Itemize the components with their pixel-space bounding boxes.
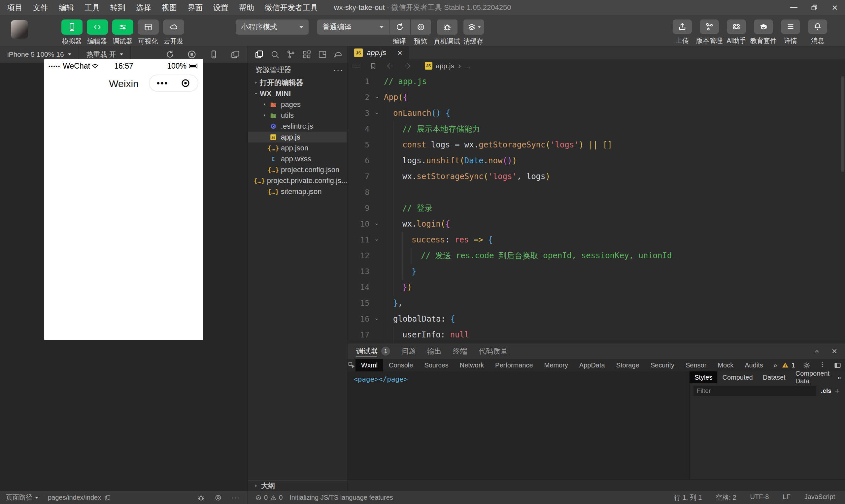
eye-icon[interactable] (214, 494, 222, 502)
nav-forward-icon[interactable] (403, 62, 411, 70)
chevron-right-icon[interactable] (261, 113, 268, 118)
upload-button[interactable] (673, 19, 692, 34)
compile-button[interactable] (389, 19, 410, 35)
debugger-tab-调试器[interactable]: 调试器1 (356, 343, 390, 359)
editor-button[interactable] (87, 19, 108, 35)
tree-item-utils[interactable]: utils (248, 110, 347, 121)
details-button[interactable] (781, 19, 800, 34)
kebab-menu-icon[interactable] (818, 361, 826, 370)
breadcrumb-symbol[interactable]: ... (465, 62, 471, 70)
dock-side-icon[interactable] (834, 361, 841, 369)
preview-icon[interactable] (315, 50, 330, 59)
statusbar-item-0[interactable]: 行 1, 列 1 (674, 493, 702, 502)
styles-tab-Component Data[interactable]: Component Data (791, 372, 838, 383)
phone-outline-icon[interactable] (209, 50, 218, 59)
version-control-button[interactable] (700, 19, 719, 34)
files-icon[interactable] (251, 50, 267, 59)
statusbar-item-2[interactable]: UTF-8 (750, 493, 769, 502)
menu-item-2[interactable]: 编辑 (53, 0, 79, 15)
outline-section[interactable]: 大纲 (248, 480, 347, 491)
debugger-tab-问题[interactable]: 问题 (401, 343, 416, 359)
statusbar-item-1[interactable]: 空格: 2 (716, 493, 736, 502)
overflow-tabs-icon[interactable]: » (837, 373, 845, 381)
nav-back-icon[interactable] (386, 62, 394, 70)
device-debug-button[interactable] (437, 19, 457, 35)
clear-cache-button[interactable] (463, 19, 484, 35)
source-control-icon[interactable] (283, 50, 299, 59)
tree-item-project.config.json[interactable]: {…}project.config.json (248, 164, 347, 175)
restore-button[interactable] (804, 0, 825, 15)
statusbar-item-3[interactable]: LF (782, 493, 790, 502)
devtools-tab-Security[interactable]: Security (645, 359, 680, 372)
mode-select[interactable]: 小程序模式 (236, 19, 309, 35)
tree-item-app.js[interactable]: JSapp.js (248, 132, 347, 143)
menu-item-9[interactable]: 帮助 (234, 0, 260, 15)
devtools-tab-Sensor[interactable]: Sensor (680, 359, 712, 372)
compile-select[interactable]: 普通编译 (317, 19, 389, 35)
menu-item-8[interactable]: 设置 (208, 0, 234, 15)
wxml-elements-tree[interactable]: <page></page> (348, 372, 689, 479)
editor-scrollbar[interactable] (841, 76, 844, 172)
add-style-icon[interactable]: + (835, 386, 840, 395)
devtools-tab-Storage[interactable]: Storage (611, 359, 645, 372)
more-actions-icon[interactable]: ··· (333, 65, 343, 74)
inspect-element-icon[interactable] (348, 359, 355, 372)
simulator-button[interactable] (61, 19, 83, 35)
whale-icon[interactable] (330, 50, 346, 59)
fold-chevron-icon[interactable] (369, 232, 384, 248)
tree-item-app.json[interactable]: {…}app.json (248, 143, 347, 154)
cloud-dev-button[interactable] (163, 19, 184, 35)
chevron-right-icon[interactable] (261, 102, 268, 107)
copy-path-icon[interactable] (104, 494, 111, 501)
close-tab-icon[interactable]: × (398, 49, 402, 57)
statusbar-item-4[interactable]: JavaScript (805, 493, 835, 502)
menu-item-6[interactable]: 视图 (156, 0, 182, 15)
menu-item-0[interactable]: 项目 (2, 0, 28, 15)
messages-button[interactable] (808, 19, 827, 34)
devtools-tab-Memory[interactable]: Memory (539, 359, 574, 372)
menu-item-10[interactable]: 微信开发者工具 (260, 0, 323, 15)
preview-button[interactable] (411, 19, 431, 35)
more-actions-icon[interactable]: ··· (231, 493, 241, 502)
tree-item-app.wxss[interactable]: 3app.wxss (248, 154, 347, 164)
gear-icon[interactable] (803, 361, 811, 369)
overflow-tabs-icon[interactable]: » (769, 361, 782, 369)
debugger-tab-输出[interactable]: 输出 (427, 343, 442, 359)
devtools-tab-Wxml[interactable]: Wxml (355, 359, 383, 372)
styles-tab-Dataset[interactable]: Dataset (758, 372, 791, 383)
user-avatar[interactable] (11, 20, 28, 39)
visualizer-button[interactable] (138, 19, 159, 35)
menu-item-5[interactable]: 选择 (131, 0, 156, 15)
devtools-tab-Console[interactable]: Console (383, 359, 419, 372)
page-path-label[interactable]: 页面路径 (6, 493, 32, 502)
style-filter-input[interactable] (693, 385, 816, 396)
menu-item-4[interactable]: 转到 (105, 0, 131, 15)
styles-tab-Computed[interactable]: Computed (717, 372, 758, 383)
devtools-tab-Performance[interactable]: Performance (490, 359, 539, 372)
debugger-tab-代码质量[interactable]: 代码质量 (479, 343, 508, 359)
bug-icon[interactable] (197, 494, 205, 502)
collapse-panel-icon[interactable] (813, 348, 821, 355)
chevron-right-icon[interactable] (252, 80, 260, 85)
chevron-down-icon[interactable] (252, 91, 260, 96)
cls-toggle[interactable]: .cls (821, 387, 831, 395)
fold-chevron-icon[interactable] (369, 216, 384, 232)
stop-icon[interactable] (187, 50, 197, 59)
target-button[interactable] (180, 78, 191, 88)
fold-chevron-icon[interactable] (369, 89, 384, 105)
search-icon[interactable] (267, 50, 283, 59)
breadcrumb-file[interactable]: app.js (436, 62, 454, 70)
refresh-icon[interactable] (165, 50, 175, 59)
devtools-tab-Mock[interactable]: Mock (712, 359, 739, 372)
fold-chevron-icon[interactable] (369, 105, 384, 121)
minimize-button[interactable] (784, 0, 804, 15)
tree-item-打开的编辑器[interactable]: 打开的编辑器 (248, 77, 347, 88)
debugger-tab-终端[interactable]: 终端 (453, 343, 468, 359)
tree-item-sitemap.json[interactable]: {…}sitemap.json (248, 186, 347, 197)
outline-list-icon[interactable] (352, 62, 361, 70)
menu-item-3[interactable]: 工具 (79, 0, 105, 15)
tree-item-.eslintrc.js[interactable]: .eslintrc.js (248, 121, 347, 132)
code-editor[interactable]: 1// app.js2App({3onLaunch() {4// 展示本地存储能… (348, 72, 845, 343)
statusbar-problems[interactable]: 0 0 Initializing JS/TS language features (248, 494, 393, 501)
tree-item-WX_MINI[interactable]: WX_MINI (248, 88, 347, 99)
